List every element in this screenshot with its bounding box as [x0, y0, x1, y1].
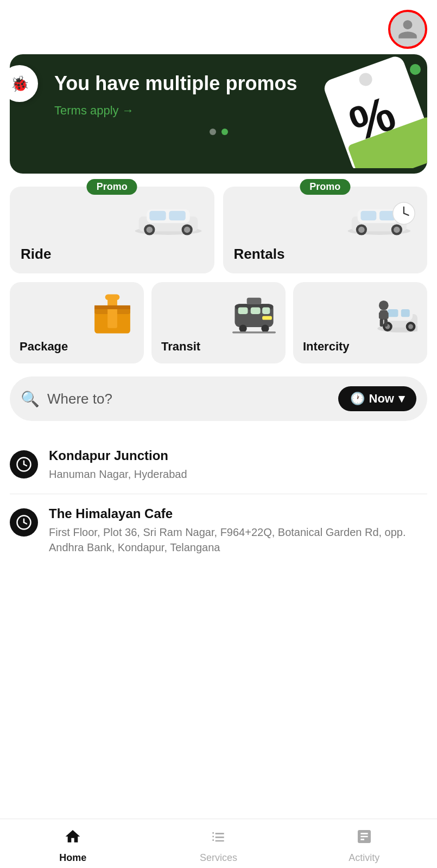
- svg-point-22: [394, 227, 400, 233]
- svg-rect-41: [247, 298, 262, 304]
- svg-rect-55: [380, 319, 383, 327]
- svg-rect-45: [388, 309, 398, 317]
- svg-line-59: [24, 464, 27, 466]
- now-label: Now: [369, 392, 394, 406]
- app-header: [0, 0, 437, 54]
- svg-rect-30: [94, 305, 130, 309]
- svg-rect-56: [384, 319, 388, 327]
- svg-rect-8: [149, 211, 166, 220]
- nav-home-label: Home: [59, 852, 86, 864]
- promo-banner[interactable]: 🐞 You have multiple promos Terms apply →…: [10, 54, 427, 174]
- activity-icon: [356, 828, 373, 849]
- nav-services[interactable]: Services: [145, 828, 291, 864]
- svg-rect-37: [262, 316, 272, 320]
- svg-point-20: [358, 227, 365, 233]
- history-clock-icon-2: [10, 508, 38, 537]
- location-address-2: First Floor, Plot 36, Sri Ram Nagar, F96…: [49, 525, 427, 555]
- location-name-2: The Himalayan Cafe: [49, 506, 427, 521]
- ride-label: Ride: [21, 246, 51, 263]
- transit-label: Transit: [161, 340, 200, 354]
- location-item-1[interactable]: Kondapur Junction Hanuman Nagar, Hyderab…: [10, 436, 427, 494]
- intercity-label: Intercity: [303, 340, 350, 354]
- svg-rect-54: [385, 312, 389, 318]
- home-icon: [64, 828, 81, 849]
- svg-rect-31: [105, 294, 120, 300]
- banner-dot-2: [221, 129, 228, 135]
- history-clock-icon-1: [10, 450, 38, 478]
- package-service-card[interactable]: Package: [10, 282, 144, 363]
- svg-point-11: [146, 227, 153, 233]
- banner-dot-1: [210, 129, 216, 135]
- nav-home[interactable]: Home: [0, 828, 145, 864]
- svg-rect-53: [379, 312, 383, 318]
- svg-rect-35: [251, 307, 261, 314]
- schedule-now-button[interactable]: 🕐 Now ▾: [338, 386, 416, 411]
- transit-service-card[interactable]: Transit: [151, 282, 286, 363]
- nav-activity[interactable]: Activity: [292, 828, 437, 864]
- svg-rect-40: [232, 331, 276, 334]
- svg-point-13: [183, 227, 190, 233]
- location-info-1: Kondapur Junction Hanuman Nagar, Hyderab…: [49, 448, 187, 482]
- package-icon: [91, 292, 134, 335]
- svg-point-4: [410, 64, 421, 75]
- top-services-grid: Promo Ride Promo: [10, 187, 427, 273]
- search-icon: 🔍: [21, 390, 40, 408]
- location-address-1: Hanuman Nagar, Hyderabad: [49, 467, 187, 482]
- svg-rect-36: [262, 307, 270, 314]
- svg-rect-46: [401, 309, 410, 317]
- profile-button[interactable]: [388, 10, 427, 49]
- svg-rect-9: [169, 211, 185, 220]
- svg-point-51: [379, 301, 389, 310]
- recent-locations-list: Kondapur Junction Hanuman Nagar, Hyderab…: [10, 436, 427, 567]
- dropdown-arrow: ▾: [398, 392, 404, 406]
- rentals-service-card[interactable]: Promo Rentals: [223, 187, 428, 273]
- rentals-label: Rentals: [234, 246, 285, 263]
- svg-line-62: [24, 522, 27, 524]
- rentals-promo-badge: Promo: [300, 179, 350, 195]
- services-icon: [210, 828, 227, 849]
- nav-services-label: Services: [200, 852, 237, 864]
- svg-point-38: [239, 324, 246, 332]
- svg-point-50: [408, 324, 413, 329]
- ride-promo-badge: Promo: [87, 179, 137, 195]
- transit-train-icon: [232, 292, 276, 335]
- rentals-car-icon: [346, 197, 416, 241]
- intercity-service-card[interactable]: Intercity: [293, 282, 427, 363]
- search-bar[interactable]: 🔍 Where to? 🕐 Now ▾: [10, 376, 427, 421]
- package-label: Package: [20, 340, 68, 354]
- bottom-navigation: Home Services Activity: [0, 819, 437, 868]
- nav-activity-label: Activity: [349, 852, 379, 864]
- svg-rect-34: [238, 307, 248, 314]
- svg-rect-17: [360, 211, 376, 220]
- bottom-services-grid: Package Transit: [10, 282, 427, 363]
- search-placeholder: Where to?: [47, 391, 331, 407]
- promo-tag-illustration: %: [319, 54, 427, 168]
- ride-car-icon: [133, 197, 204, 241]
- location-name-1: Kondapur Junction: [49, 448, 187, 463]
- svg-point-39: [261, 324, 269, 332]
- location-info-2: The Himalayan Cafe First Floor, Plot 36,…: [49, 506, 427, 555]
- location-item-2[interactable]: The Himalayan Cafe First Floor, Plot 36,…: [10, 494, 427, 567]
- intercity-icon: [374, 292, 417, 335]
- ride-service-card[interactable]: Promo Ride: [10, 187, 214, 273]
- svg-rect-29: [107, 297, 117, 328]
- clock-icon: 🕐: [350, 392, 365, 406]
- profile-icon: [396, 18, 419, 41]
